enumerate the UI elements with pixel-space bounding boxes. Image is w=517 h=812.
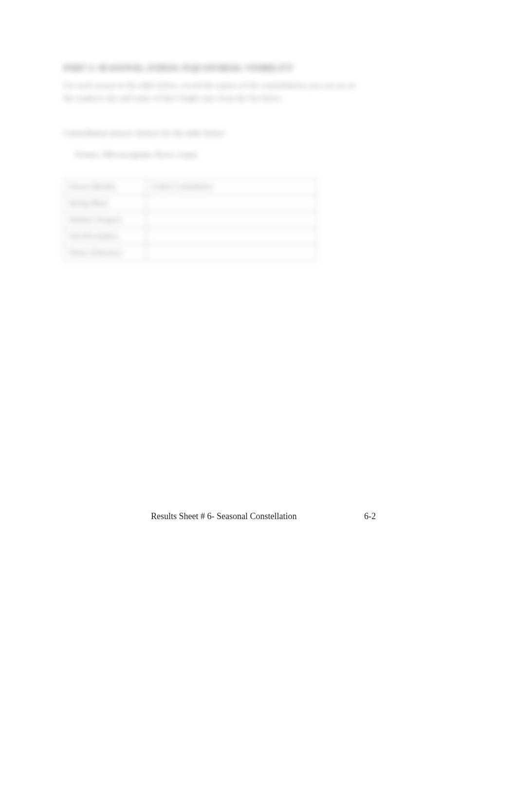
seasonal-table: Season (Month) Visible Constellation Spr… (63, 178, 316, 261)
instruction-text: For each season in the table below, reco… (63, 79, 365, 104)
footer-title: Results Sheet # 6- Seasonal Constellatio… (151, 511, 296, 522)
document-page: PART 2: SEASONAL ZODIAC/EQUATORIAL VISIB… (0, 0, 517, 812)
table-header-right: Visible Constellation (146, 179, 316, 195)
blurred-content-region: PART 2: SEASONAL ZODIAC/EQUATORIAL VISIB… (63, 63, 454, 261)
constellation-cell (146, 195, 316, 212)
table-row: Summer (August) (64, 212, 316, 228)
table-row: Winter (February) (64, 245, 316, 261)
footer-page-number: 6-2 (364, 511, 376, 522)
choices-list: Fornax, Microscopium, Pyxis, Lepus (75, 150, 454, 160)
part-heading: PART 2: SEASONAL ZODIAC/EQUATORIAL VISIB… (63, 63, 454, 73)
table-header-left: Season (Month) (64, 179, 147, 195)
season-cell: Summer (August) (64, 212, 147, 228)
constellation-cell (146, 245, 316, 261)
page-footer: Results Sheet # 6- Seasonal Constellatio… (0, 511, 517, 522)
season-cell: Spring (May) (64, 195, 147, 212)
table-row: Fall (November) (64, 228, 316, 245)
choices-heading: Constellation answer choices for the tab… (63, 128, 454, 138)
table-header-row: Season (Month) Visible Constellation (64, 179, 316, 195)
constellation-cell (146, 212, 316, 228)
season-cell: Winter (February) (64, 245, 147, 261)
constellation-cell (146, 228, 316, 245)
table-row: Spring (May) (64, 195, 316, 212)
season-cell: Fall (November) (64, 228, 147, 245)
